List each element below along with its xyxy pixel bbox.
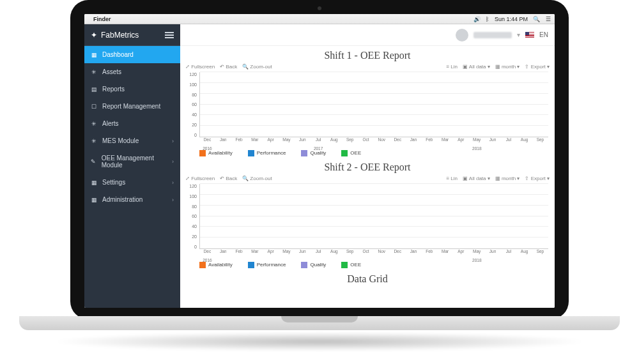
export-button[interactable]: ⇪ Export ▾: [525, 64, 550, 70]
sidebar-item-oee-management-module[interactable]: ✎OEE Management Module›: [84, 149, 180, 174]
sidebar-item-label: Alerts: [102, 120, 119, 127]
user-name[interactable]: [473, 32, 512, 38]
range-month-button[interactable]: ▦ month ▾: [495, 64, 520, 70]
reports-icon: ▤: [91, 86, 97, 93]
topbar: ▾ EN: [180, 24, 555, 46]
sidebar-item-label: Reports: [102, 86, 125, 93]
chevron-right-icon: ›: [172, 158, 174, 165]
hamburger-icon[interactable]: [165, 32, 174, 38]
chart-block: Shift 2 - OEE Report⤢ Fullscreen↶ Back🔍 …: [185, 162, 550, 272]
y-axis: 120100806040200: [185, 184, 197, 249]
finder-label[interactable]: Finder: [93, 16, 111, 22]
zoomout-button[interactable]: 🔍 Zoom-out: [242, 64, 272, 70]
sidebar-item-report-management[interactable]: ☐Report Management: [84, 98, 180, 115]
chart-title: Shift 2 - OEE Report: [185, 162, 550, 173]
x-axis: DecJanFebMarAprMayJunJulAugSepOctNovDecJ…: [199, 249, 548, 258]
volume-icon[interactable]: 🔊: [473, 16, 481, 22]
back-button[interactable]: ↶ Back: [220, 64, 237, 70]
brand-logo[interactable]: ✦ FabMetrics: [91, 31, 139, 40]
spotlight-icon[interactable]: 🔍: [533, 16, 540, 22]
laptop-bezel: Finder 🔊 ᛒ Sun 1:44 PM 🔍 ☰ ✦: [70, 0, 569, 319]
sidebar-nav: ▦Dashboard✳Assets▤Reports☐Report Managem…: [84, 46, 180, 208]
bluetooth-icon[interactable]: ᛒ: [486, 16, 489, 22]
sidebar-item-label: Report Management: [102, 103, 160, 110]
sidebar-item-label: Assets: [102, 68, 121, 75]
clock-label[interactable]: Sun 1:44 PM: [495, 16, 528, 22]
grid-icon: ▦: [91, 52, 97, 58]
doc-icon: ☐: [91, 103, 97, 110]
chart-area: 120100806040200DecJanFebMarAprMayJunJulA…: [185, 70, 550, 146]
x-axis-years: 201620172018: [199, 146, 548, 151]
sidebar-item-label: OEE Management Module: [102, 155, 167, 169]
sidebar-item-label: Dashboard: [102, 51, 134, 58]
fullscreen-button[interactable]: ⤢ Fullscreen: [185, 176, 215, 181]
range-alldata-button[interactable]: ▣ All data ▾: [463, 64, 490, 70]
scale-lin-button[interactable]: ≡ Lin: [446, 64, 458, 70]
sidebar-item-label: Settings: [102, 179, 125, 186]
chart-title: Shift 1 - OEE Report: [185, 50, 550, 61]
mac-status-tray: 🔊 ᛒ Sun 1:44 PM 🔍 ☰: [470, 16, 551, 22]
laptop-notch: [281, 316, 358, 322]
sidebar-item-assets[interactable]: ✳Assets: [84, 63, 180, 80]
sidebar-item-label: MES Module: [102, 137, 139, 144]
y-axis: 120100806040200: [185, 72, 197, 137]
brand-name: FabMetrics: [101, 31, 139, 40]
sidebar-item-alerts[interactable]: ✳Alerts: [84, 115, 180, 132]
sidebar: ✦ FabMetrics ▦Dashboard✳Assets▤Reports☐R…: [84, 24, 180, 308]
main-panel: ▾ EN Shift 1 - OEE Report⤢ Fullscreen↶ B…: [180, 24, 555, 308]
settings-icon: ▦: [91, 179, 97, 186]
laptop-mockup: Finder 🔊 ᛒ Sun 1:44 PM 🔍 ☰ ✦: [0, 0, 639, 364]
range-month-button[interactable]: ▦ month ▾: [495, 176, 520, 181]
x-axis: DecJanFebMarAprMayJunJulAugSepOctNovDecJ…: [199, 137, 548, 146]
range-alldata-button[interactable]: ▣ All data ▾: [463, 176, 490, 181]
assets-icon: ✳: [91, 69, 97, 75]
camera-dot: [318, 6, 321, 10]
mes-icon: ✳: [91, 138, 97, 144]
sidebar-item-reports[interactable]: ▤Reports: [84, 80, 180, 98]
oee-icon: ✎: [91, 158, 96, 165]
user-menu-chevron-icon[interactable]: ▾: [517, 31, 520, 38]
x-axis-years: 20162018: [199, 258, 548, 263]
control-center-icon[interactable]: ☰: [546, 16, 551, 22]
plot[interactable]: [199, 72, 548, 137]
chevron-right-icon: ›: [172, 197, 174, 203]
chevron-right-icon: ›: [172, 179, 174, 186]
chevron-right-icon: ›: [172, 138, 174, 144]
fullscreen-button[interactable]: ⤢ Fullscreen: [185, 64, 215, 70]
chart-block: Shift 1 - OEE Report⤢ Fullscreen↶ Back🔍 …: [185, 50, 550, 160]
data-grid-heading: Data Grid: [185, 273, 550, 285]
avatar[interactable]: [456, 29, 468, 42]
zoomout-button[interactable]: 🔍 Zoom-out: [242, 176, 272, 181]
content: Shift 1 - OEE Report⤢ Fullscreen↶ Back🔍 …: [180, 46, 555, 308]
flag-us-icon[interactable]: [525, 32, 534, 38]
chart-area: 120100806040200DecJanFebMarAprMayJunJulA…: [185, 181, 550, 258]
mac-menubar: Finder 🔊 ᛒ Sun 1:44 PM 🔍 ☰: [84, 14, 555, 24]
admin-icon: ▦: [91, 197, 97, 203]
back-button[interactable]: ↶ Back: [220, 176, 237, 181]
chart-toolbar: ⤢ Fullscreen↶ Back🔍 Zoom-out≡ Lin▣ All d…: [185, 176, 550, 181]
sidebar-item-mes-module[interactable]: ✳MES Module›: [84, 132, 180, 149]
plot[interactable]: [199, 184, 548, 249]
alert-icon: ✳: [91, 121, 97, 127]
sidebar-item-administration[interactable]: ▦Administration›: [84, 191, 180, 208]
brand-mark-icon: ✦: [91, 31, 97, 40]
laptop-shadow: [51, 332, 588, 351]
brand-bar: ✦ FabMetrics: [84, 24, 180, 46]
scale-lin-button[interactable]: ≡ Lin: [446, 176, 458, 181]
sidebar-item-label: Administration: [102, 196, 142, 203]
export-button[interactable]: ⇪ Export ▾: [525, 176, 550, 181]
chart-toolbar: ⤢ Fullscreen↶ Back🔍 Zoom-out≡ Lin▣ All d…: [185, 64, 550, 70]
language-label[interactable]: EN: [539, 31, 548, 38]
sidebar-item-dashboard[interactable]: ▦Dashboard: [84, 46, 180, 63]
sidebar-item-settings[interactable]: ▦Settings›: [84, 174, 180, 191]
screen: Finder 🔊 ᛒ Sun 1:44 PM 🔍 ☰ ✦: [84, 14, 555, 308]
app-root: ✦ FabMetrics ▦Dashboard✳Assets▤Reports☐R…: [84, 24, 555, 308]
